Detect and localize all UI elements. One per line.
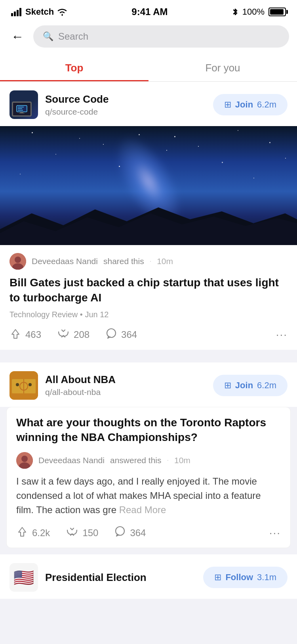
join-nba-count: 6.2m <box>257 380 276 391</box>
post-action-label: shared this <box>103 257 144 266</box>
community-source-code-handle: q/source-code <box>45 107 109 117</box>
post-nba-content: What are your thoughts on the Toronto Ra… <box>7 407 290 548</box>
comment-count: 364 <box>121 329 137 340</box>
post-source: Technology Review • Jun 12 <box>10 310 287 319</box>
nav-bar: ← 🔍 Search <box>0 21 297 53</box>
svg-rect-3 <box>19 8 21 16</box>
monitor-icon <box>12 102 32 117</box>
more-nba-button[interactable]: ··· <box>269 527 281 539</box>
svg-point-15 <box>107 329 116 337</box>
back-button[interactable]: ← <box>8 28 27 46</box>
comment-action[interactable]: 364 <box>105 328 137 342</box>
upvote-icon <box>10 328 21 342</box>
follow-election-button[interactable]: ⊞ Follow 3.1m <box>203 567 287 588</box>
join-nba-button[interactable]: ⊞ Join 6.2m <box>213 375 287 396</box>
community-nba-name: All About NBA <box>45 374 116 386</box>
community-nba-handle: q/all-about-nba <box>45 387 116 397</box>
join-icon: ⊞ <box>224 100 231 110</box>
tab-top[interactable]: Top <box>0 53 148 81</box>
search-bar[interactable]: 🔍 Search <box>33 25 289 48</box>
wifi-icon <box>57 8 67 16</box>
share-count: 208 <box>74 329 89 340</box>
community-nba: All About NBA q/all-about-nba ⊞ Join 6.2… <box>0 362 297 407</box>
svg-point-20 <box>16 383 19 386</box>
join-source-code-button[interactable]: ⊞ Join 6.2m <box>213 94 287 115</box>
answer-time: 10m <box>174 456 190 465</box>
search-placeholder: Search <box>58 31 88 42</box>
svg-rect-9 <box>19 113 25 113</box>
post-actions: 463 208 <box>10 326 287 342</box>
community-election: 🇺🇸 Presidential Election ⊞ Follow 3.1m <box>0 554 297 599</box>
answer-author-avatar <box>16 452 33 469</box>
post-author-avatar <box>10 253 26 270</box>
upvote-nba-icon <box>16 526 28 540</box>
svg-rect-8 <box>20 112 23 113</box>
share-icon <box>57 328 70 341</box>
battery-percent: 100% <box>242 7 265 17</box>
status-left: Sketch <box>11 7 67 17</box>
community-nba-avatar <box>10 371 38 400</box>
post-source-code: Deveedaas Nandi shared this · 10m Bill G… <box>0 126 297 350</box>
follow-label: Follow <box>225 572 253 583</box>
status-right: 100% <box>232 7 286 17</box>
post-source-code-content: Deveedaas Nandi shared this · 10m Bill G… <box>0 245 297 350</box>
answer-author-name: Deveedaas Nandi <box>38 456 105 465</box>
svg-rect-1 <box>14 12 16 16</box>
community-source-code-avatar <box>10 90 38 119</box>
comment-nba-icon <box>114 526 126 540</box>
comment-nba-action[interactable]: 364 <box>114 526 146 540</box>
content: Source Code q/source-code ⊞ Join 6.2m <box>0 82 297 599</box>
join-label: Join <box>235 100 253 110</box>
community-election-avatar: 🇺🇸 <box>10 563 38 592</box>
community-election-name: Presidential Election <box>45 571 147 584</box>
status-time: 9:41 AM <box>131 6 168 17</box>
read-more-button[interactable]: Read More <box>119 504 166 515</box>
upvote-nba-action[interactable]: 6.2k <box>16 526 50 540</box>
search-icon: 🔍 <box>43 31 53 42</box>
upvote-nba-count: 6.2k <box>32 527 50 539</box>
svg-marker-11 <box>0 213 297 245</box>
question-title: What are your thoughts on the Toronto Ra… <box>16 415 281 445</box>
answer-body: I saw it a few days ago, and I really en… <box>16 474 281 517</box>
upvote-action[interactable]: 463 <box>10 328 41 342</box>
tabs-container: Top For you <box>0 53 297 82</box>
post-hero-image <box>0 126 297 245</box>
post-time: 10m <box>157 257 173 266</box>
bluetooth-icon <box>232 8 238 16</box>
post-nba-actions: 6.2k 150 <box>16 524 281 540</box>
svg-point-23 <box>21 456 28 462</box>
carrier-label: Sketch <box>25 7 54 17</box>
join-nba-icon: ⊞ <box>224 380 231 391</box>
share-nba-icon <box>66 526 78 540</box>
share-nba-count: 150 <box>82 527 98 539</box>
svg-rect-2 <box>17 10 19 16</box>
share-nba-action[interactable]: 150 <box>66 526 98 540</box>
share-action[interactable]: 208 <box>57 328 89 341</box>
flag-icon: 🇺🇸 <box>13 568 34 587</box>
follow-icon: ⊞ <box>214 572 221 583</box>
separator-2 <box>0 548 297 554</box>
post-author-name: Deveedaas Nandi <box>32 257 98 266</box>
join-nba-label: Join <box>235 380 253 391</box>
upvote-count: 463 <box>25 329 41 340</box>
signal-icon <box>11 8 22 16</box>
follow-count: 3.1m <box>257 572 276 583</box>
svg-point-21 <box>29 383 32 386</box>
svg-point-13 <box>15 257 21 263</box>
tab-for-you[interactable]: For you <box>148 53 297 81</box>
battery-icon <box>268 8 286 16</box>
status-bar: Sketch 9:41 AM 100% <box>0 0 297 21</box>
community-source-code-name: Source Code <box>45 93 109 105</box>
separator-1 <box>0 356 297 362</box>
answer-action-label: answered this <box>110 456 162 465</box>
join-count: 6.2m <box>257 100 276 110</box>
post-title: Bill Gates just backed a chip startup th… <box>10 275 287 305</box>
community-source-code: Source Code q/source-code ⊞ Join 6.2m <box>0 82 297 126</box>
svg-rect-0 <box>11 13 13 16</box>
svg-point-25 <box>116 527 124 535</box>
comment-icon <box>105 328 117 342</box>
comment-nba-count: 364 <box>130 527 146 539</box>
more-button[interactable]: ··· <box>276 328 287 341</box>
post-nba: What are your thoughts on the Toronto Ra… <box>6 407 291 548</box>
